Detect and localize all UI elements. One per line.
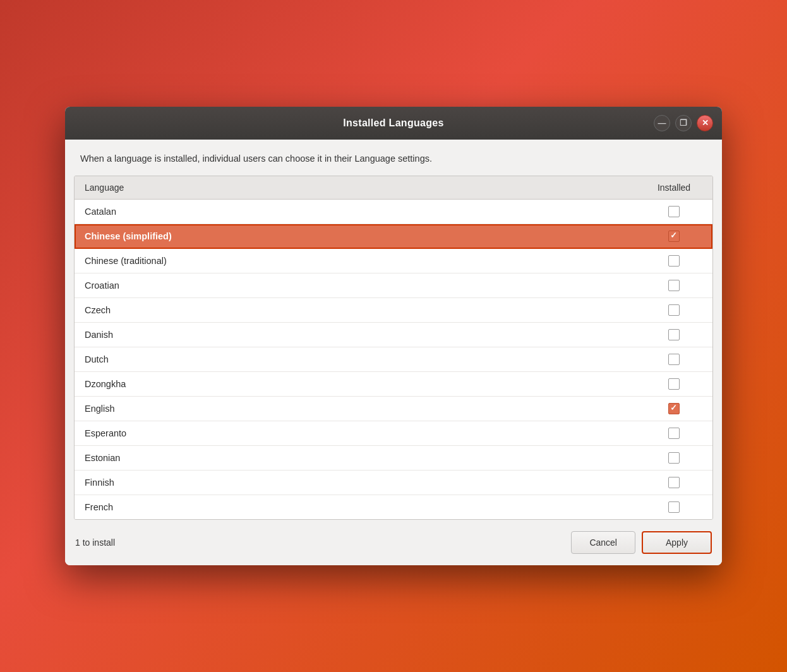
language-checkbox-container bbox=[646, 501, 702, 513]
col-installed-header: Installed bbox=[646, 183, 702, 193]
language-checkbox[interactable] bbox=[668, 403, 680, 414]
language-list: CatalanChinese (simplified)Chinese (trad… bbox=[75, 200, 712, 519]
language-checkbox[interactable] bbox=[668, 231, 680, 242]
language-checkbox-container bbox=[646, 477, 702, 488]
close-button[interactable]: ✕ bbox=[697, 115, 713, 131]
language-checkbox-container bbox=[646, 280, 702, 291]
table-header: Language Installed bbox=[75, 176, 712, 200]
dialog-footer: 1 to install Cancel Apply bbox=[65, 520, 722, 565]
language-name: Dutch bbox=[85, 354, 646, 364]
language-checkbox-container bbox=[646, 403, 702, 414]
language-checkbox[interactable] bbox=[668, 501, 680, 513]
language-name: Chinese (simplified) bbox=[85, 231, 646, 241]
language-checkbox[interactable] bbox=[668, 452, 680, 464]
window-controls: — ❐ ✕ bbox=[654, 115, 713, 131]
language-checkbox-container bbox=[646, 452, 702, 464]
installed-languages-dialog: Installed Languages — ❐ ✕ When a languag… bbox=[65, 107, 722, 566]
titlebar: Installed Languages — ❐ ✕ bbox=[65, 107, 722, 140]
language-checkbox-container bbox=[646, 428, 702, 439]
language-row[interactable]: English bbox=[75, 397, 712, 421]
description-text: When a language is installed, individual… bbox=[65, 140, 722, 176]
cancel-button[interactable]: Cancel bbox=[571, 531, 635, 554]
language-checkbox[interactable] bbox=[668, 354, 680, 365]
maximize-button[interactable]: ❐ bbox=[675, 115, 692, 131]
language-checkbox-container bbox=[646, 231, 702, 242]
language-checkbox[interactable] bbox=[668, 378, 680, 390]
language-name: Finnish bbox=[85, 477, 646, 488]
language-table: Language Installed CatalanChinese (simpl… bbox=[74, 176, 713, 520]
language-row[interactable]: Chinese (traditional) bbox=[75, 249, 712, 273]
language-checkbox[interactable] bbox=[668, 255, 680, 267]
language-checkbox[interactable] bbox=[668, 206, 680, 217]
language-name: Croatian bbox=[85, 280, 646, 291]
language-name: Czech bbox=[85, 305, 646, 315]
language-checkbox[interactable] bbox=[668, 304, 680, 316]
language-name: Estonian bbox=[85, 453, 646, 463]
language-row[interactable]: French bbox=[75, 495, 712, 519]
language-checkbox-container bbox=[646, 255, 702, 267]
language-checkbox-container bbox=[646, 206, 702, 217]
language-name: Chinese (traditional) bbox=[85, 256, 646, 266]
language-row[interactable]: Esperanto bbox=[75, 421, 712, 446]
dialog-title: Installed Languages bbox=[343, 117, 444, 129]
language-row[interactable]: Chinese (simplified) bbox=[75, 224, 712, 249]
language-name: Dzongkha bbox=[85, 379, 646, 389]
install-count: 1 to install bbox=[75, 537, 115, 548]
language-checkbox-container bbox=[646, 329, 702, 340]
language-row[interactable]: Czech bbox=[75, 298, 712, 323]
language-name: English bbox=[85, 404, 646, 414]
col-language-header: Language bbox=[85, 183, 646, 193]
apply-button[interactable]: Apply bbox=[642, 531, 712, 554]
footer-buttons: Cancel Apply bbox=[571, 531, 712, 554]
language-row[interactable]: Dzongkha bbox=[75, 372, 712, 397]
language-checkbox[interactable] bbox=[668, 329, 680, 340]
language-name: Danish bbox=[85, 330, 646, 340]
language-row[interactable]: Catalan bbox=[75, 200, 712, 224]
language-checkbox-container bbox=[646, 378, 702, 390]
minimize-button[interactable]: — bbox=[654, 115, 670, 131]
language-checkbox-container bbox=[646, 304, 702, 316]
language-row[interactable]: Dutch bbox=[75, 347, 712, 372]
language-row[interactable]: Estonian bbox=[75, 446, 712, 471]
language-checkbox[interactable] bbox=[668, 477, 680, 488]
language-name: Esperanto bbox=[85, 428, 646, 438]
language-row[interactable]: Croatian bbox=[75, 273, 712, 298]
language-checkbox-container bbox=[646, 354, 702, 365]
language-name: French bbox=[85, 502, 646, 512]
language-row[interactable]: Danish bbox=[75, 323, 712, 347]
language-checkbox[interactable] bbox=[668, 280, 680, 291]
language-name: Catalan bbox=[85, 207, 646, 217]
language-checkbox[interactable] bbox=[668, 428, 680, 439]
language-row[interactable]: Finnish bbox=[75, 471, 712, 495]
